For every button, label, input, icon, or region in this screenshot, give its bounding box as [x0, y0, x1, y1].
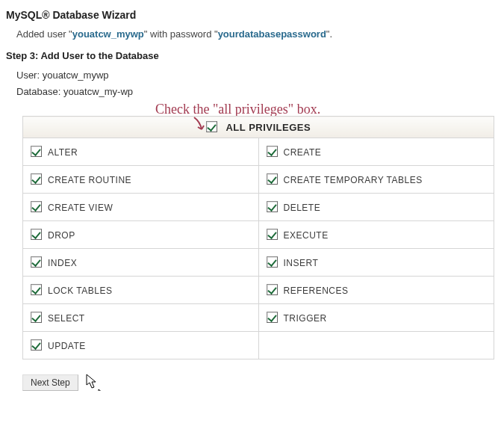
cursor-icon [85, 373, 99, 391]
privilege-cell: DELETE [258, 194, 494, 221]
privilege-checkbox[interactable] [31, 201, 42, 212]
privilege-cell: INDEX [23, 249, 259, 277]
table-row: CREATE ROUTINECREATE TEMPORARY TABLES [23, 166, 494, 194]
privilege-checkbox[interactable] [31, 312, 42, 323]
all-privileges-header: ALL PRIVILEGES [23, 117, 494, 138]
privilege-label: DELETE [284, 203, 321, 213]
privilege-checkbox[interactable] [31, 173, 42, 185]
table-row: UPDATE [23, 332, 494, 359]
privilege-cell: REFERENCES [258, 277, 494, 304]
privilege-label: CREATE ROUTINE [48, 175, 131, 185]
page-title: MySQL® Database Wizard [6, 9, 498, 21]
added-mid: " with password " [144, 28, 218, 40]
privilege-cell: CREATE [258, 138, 494, 166]
privilege-checkbox[interactable] [267, 256, 278, 268]
privilege-cell: CREATE TEMPORARY TABLES [258, 166, 494, 194]
annotation-text: Check the "all privileges" box. [155, 102, 498, 117]
privilege-cell: SELECT [23, 304, 259, 332]
privilege-label: ALTER [48, 147, 78, 158]
privilege-checkbox[interactable] [267, 201, 278, 212]
privilege-cell: EXECUTE [258, 221, 494, 249]
privilege-label: CREATE VIEW [48, 203, 113, 213]
privilege-cell [258, 332, 494, 359]
privilege-cell: CREATE ROUTINE [23, 166, 259, 194]
privilege-label: INDEX [48, 258, 77, 268]
privilege-checkbox[interactable] [31, 256, 42, 268]
privilege-checkbox[interactable] [267, 284, 278, 295]
database-line: Database: youatcw_my-wp [16, 85, 498, 99]
privilege-checkbox[interactable] [31, 229, 42, 240]
added-prefix: Added user " [16, 28, 72, 40]
privilege-label: UPDATE [48, 341, 86, 351]
privilege-label: INSERT [284, 258, 319, 268]
privilege-checkbox[interactable] [31, 146, 42, 157]
table-row: ALTERCREATE [23, 138, 494, 166]
privilege-label: SELECT [48, 313, 85, 324]
privileges-table: ALL PRIVILEGES ALTERCREATECREATE ROUTINE… [22, 116, 494, 359]
user-value: youatcw_mywp [43, 70, 109, 81]
added-password: yourdatabasepassword [218, 28, 326, 40]
privilege-checkbox[interactable] [267, 229, 278, 240]
step-heading: Step 3: Add User to the Database [6, 50, 498, 61]
all-privileges-checkbox[interactable] [206, 121, 217, 132]
table-row: LOCK TABLESREFERENCES [23, 277, 494, 304]
user-line: User: youatcw_mywp [16, 69, 498, 82]
privilege-cell: UPDATE [23, 332, 259, 359]
privilege-label: EXECUTE [284, 230, 329, 241]
user-label: User: [16, 70, 43, 81]
database-label: Database: [16, 86, 63, 97]
database-value: youatcw_my-wp [63, 86, 133, 97]
privilege-checkbox[interactable] [267, 312, 278, 323]
added-suffix: ". [326, 28, 332, 40]
privilege-checkbox[interactable] [267, 146, 278, 157]
table-row: DROPEXECUTE [23, 221, 494, 249]
table-row: CREATE VIEWDELETE [23, 194, 494, 221]
privilege-cell: ALTER [23, 138, 259, 166]
added-username: youatcw_mywp [72, 28, 144, 40]
privilege-checkbox[interactable] [267, 173, 278, 185]
privilege-cell: DROP [23, 221, 259, 249]
privilege-label: LOCK TABLES [48, 286, 112, 296]
privilege-label: DROP [48, 230, 75, 241]
privilege-checkbox[interactable] [31, 339, 42, 351]
privilege-cell: CREATE VIEW [23, 194, 259, 221]
all-privileges-label: ALL PRIVILEGES [225, 122, 311, 133]
privilege-label: CREATE TEMPORARY TABLES [284, 175, 423, 185]
privilege-label: REFERENCES [284, 286, 349, 296]
privilege-cell: INSERT [258, 249, 494, 277]
table-row: SELECTTRIGGER [23, 304, 494, 332]
privilege-cell: TRIGGER [258, 304, 494, 332]
cursor-icon [97, 388, 111, 391]
table-row: INDEXINSERT [23, 249, 494, 277]
privilege-checkbox[interactable] [31, 284, 42, 295]
privilege-label: TRIGGER [284, 313, 327, 324]
privilege-label: CREATE [284, 147, 322, 158]
privilege-cell: LOCK TABLES [23, 277, 259, 304]
added-user-message: Added user "youatcw_mywp" with password … [16, 28, 498, 40]
next-step-button[interactable]: Next Step [22, 374, 78, 391]
